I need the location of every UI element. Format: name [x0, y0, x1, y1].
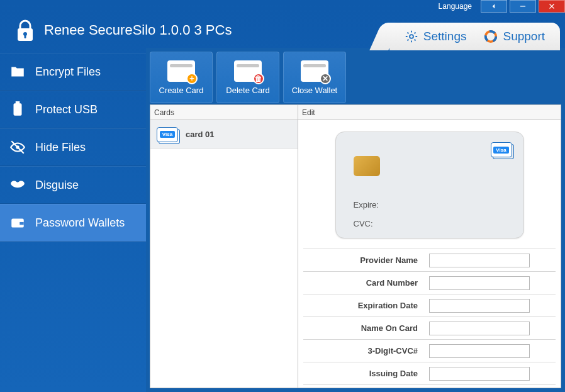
tab-settings-label: Settings — [423, 30, 467, 43]
sidebar-item-label: Disguise — [35, 179, 79, 192]
form-input[interactable] — [429, 344, 530, 358]
form-input[interactable] — [429, 254, 530, 267]
sidebar-item-encrypt-files[interactable]: Encrypt Files — [0, 53, 146, 91]
title-bar: Language — [0, 0, 565, 13]
svg-rect-7 — [14, 103, 22, 116]
minimize-button[interactable] — [510, 0, 536, 13]
svg-rect-12 — [20, 222, 24, 225]
form-row: Card Number — [303, 271, 556, 294]
content: ＋ Create Card 🗑 Delete Card ✕ Close Wall… — [146, 48, 565, 392]
card-brand-badge: Visa — [493, 147, 508, 154]
form-input[interactable] — [429, 276, 530, 290]
chip-icon — [354, 156, 380, 176]
arrow-left-icon — [489, 2, 498, 11]
gear-icon — [405, 30, 418, 43]
wallet-close-icon: ✕ — [301, 60, 328, 82]
card-cvc-label: CVC: — [354, 219, 373, 228]
sidebar-item-label: Encrypt Files — [35, 65, 101, 79]
close-button[interactable] — [539, 0, 565, 13]
form-row: Expiration Date — [303, 294, 556, 316]
cards-header: Cards — [150, 105, 298, 120]
create-card-button[interactable]: ＋ Create Card — [150, 52, 213, 103]
svg-rect-3 — [25, 35, 26, 38]
form-input[interactable] — [429, 367, 530, 381]
tab-support[interactable]: Support — [484, 30, 545, 43]
form-row: PIN — [303, 384, 556, 388]
tab-support-label: Support — [503, 30, 545, 43]
wallet-icon — [9, 215, 26, 231]
sidebar-item-hide-files[interactable]: Hide Files — [0, 128, 146, 166]
tab-settings[interactable]: Settings — [405, 30, 467, 43]
svg-rect-0 — [520, 6, 525, 6]
form-label: Provider Name — [303, 255, 429, 265]
close-wallet-button[interactable]: ✕ Close Wallet — [283, 52, 346, 103]
delete-card-button[interactable]: 🗑 Delete Card — [216, 52, 279, 103]
eye-off-icon — [9, 139, 26, 155]
sidebar-item-password-wallets[interactable]: Password Wallets — [0, 204, 146, 242]
credit-card-icon: Visa — [157, 127, 178, 142]
language-selector[interactable]: Language — [439, 0, 478, 13]
app-window: Language Renee SecureSilo 1.0.0 3 PCs — [0, 0, 565, 392]
close-wallet-label: Close Wallet — [292, 86, 337, 95]
toolbar: ＋ Create Card 🗑 Delete Card ✕ Close Wall… — [146, 48, 565, 104]
card-delete-icon: 🗑 — [234, 60, 262, 82]
form-row: Issuing Date — [303, 362, 556, 384]
usb-icon — [9, 101, 26, 118]
lifebuoy-icon — [484, 30, 498, 43]
back-button[interactable] — [481, 0, 507, 13]
form-label: Card Number — [303, 278, 429, 288]
svg-point-4 — [410, 35, 413, 38]
edit-scroll[interactable]: Visa Expire: CVC: Provider NameCard Numb… — [298, 120, 561, 388]
folder-lock-icon — [9, 64, 26, 80]
top-tabs: Settings Support — [389, 23, 560, 50]
form-label: 3-Digit-CVC# — [303, 346, 429, 356]
brand: Renee SecureSilo 1.0.0 3 PCs — [0, 18, 232, 42]
create-card-label: Create Card — [159, 86, 204, 95]
form-row: Provider Name — [303, 249, 556, 271]
header: Renee SecureSilo 1.0.0 3 PCs Settings Su… — [0, 13, 565, 48]
form-label: Expiration Date — [303, 301, 429, 310]
sidebar-item-label: Hide Files — [35, 141, 86, 154]
card-preview-brand: Visa — [491, 142, 512, 157]
form-label: Issuing Date — [303, 369, 429, 378]
sidebar-item-protect-usb[interactable]: Protect USB — [0, 91, 146, 128]
sidebar: Encrypt Files Protect USB Hide Files Dis… — [0, 48, 146, 392]
form-input[interactable] — [429, 322, 530, 335]
card-name: card 01 — [186, 130, 215, 139]
card-list-item[interactable]: Visa card 01 — [150, 120, 298, 149]
minimize-icon — [518, 2, 527, 11]
app-title: Renee SecureSilo 1.0.0 3 PCs — [44, 22, 232, 38]
svg-rect-8 — [16, 101, 20, 104]
delete-card-label: Delete Card — [226, 86, 269, 95]
card-preview: Visa Expire: CVC: — [335, 132, 524, 238]
main-body: Encrypt Files Protect USB Hide Files Dis… — [0, 48, 565, 392]
mask-icon — [9, 177, 26, 193]
edit-header: Edit — [298, 105, 561, 120]
card-expire-label: Expire: — [354, 200, 379, 210]
form-label: Name On Card — [303, 323, 429, 333]
sidebar-item-disguise[interactable]: Disguise — [0, 166, 146, 204]
card-brand-badge: Visa — [160, 131, 175, 138]
form-row: 3-Digit-CVC# — [303, 339, 556, 362]
lock-icon — [15, 18, 35, 42]
card-form: Provider NameCard NumberExpiration DateN… — [303, 249, 556, 388]
sidebar-item-label: Protect USB — [35, 103, 98, 116]
card-add-icon: ＋ — [167, 60, 195, 82]
workarea: Cards Visa card 01 Edit Vi — [150, 104, 561, 388]
close-icon — [547, 2, 556, 11]
form-row: Name On Card — [303, 316, 556, 339]
cards-column: Cards Visa card 01 — [150, 105, 298, 388]
sidebar-item-label: Password Wallets — [35, 216, 125, 230]
form-input[interactable] — [429, 299, 530, 313]
edit-column: Edit Visa Expire: CVC: Provider NameCard… — [298, 105, 561, 388]
